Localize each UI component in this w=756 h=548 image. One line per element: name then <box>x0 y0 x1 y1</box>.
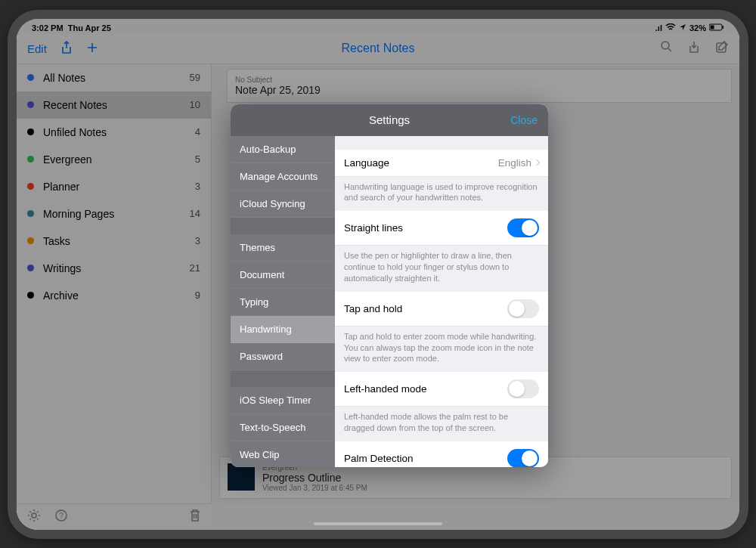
status-bar: 3:02 PM Thu Apr 25 .ıl 32% <box>17 19 739 34</box>
sidebar-item-label: Tasks <box>43 235 70 247</box>
row-label: Palm Detection <box>344 453 414 464</box>
sidebar-item-label: Writings <box>43 262 81 274</box>
wifi-icon <box>665 23 676 33</box>
sidebar-item-label: All Notes <box>43 72 85 84</box>
sidebar-item-label: Morning Pages <box>43 208 114 220</box>
row-description: Left-handed mode allows the palm rest to… <box>335 407 548 441</box>
sidebar-item-archive[interactable]: Archive9 <box>17 282 211 309</box>
sidebar-item-unfiled-notes[interactable]: Unfiled Notes4 <box>17 119 211 146</box>
note-title: Note Apr 25, 2019 <box>235 84 321 96</box>
svg-text:?: ? <box>59 512 64 520</box>
straight-lines-row: Straight lines <box>335 211 548 246</box>
tap-hold-row: Tap and hold <box>335 292 548 327</box>
settings-nav-icloud-syncing[interactable]: iCloud Syncing <box>231 190 335 218</box>
folder-color-dot <box>27 210 34 217</box>
palm-detection-row: Palm Detection <box>335 441 548 467</box>
settings-nav-themes[interactable]: Themes <box>231 234 335 262</box>
svg-point-3 <box>662 42 669 49</box>
sidebar-item-label: Planner <box>43 181 79 193</box>
settings-nav-password[interactable]: Password <box>231 343 335 370</box>
folder-color-dot <box>27 74 34 81</box>
navbar: Edit Recent Notes <box>17 34 739 64</box>
folder-color-dot <box>27 156 34 163</box>
folder-color-dot <box>27 128 34 135</box>
settings-nav-ios-sleep-timer[interactable]: iOS Sleep Timer <box>231 387 335 414</box>
search-icon[interactable] <box>660 40 673 57</box>
straight-lines-toggle[interactable] <box>507 218 539 237</box>
note-title: Progress Outline <box>262 472 367 484</box>
row-description: Use the pen or highlighter to draw a lin… <box>335 246 548 292</box>
settings-nav-manage-accounts[interactable]: Manage Accounts <box>231 163 335 190</box>
close-button[interactable]: Close <box>510 114 538 126</box>
folder-color-dot <box>27 237 34 244</box>
note-thumbnail <box>228 463 255 491</box>
folder-color-dot <box>27 183 34 190</box>
sidebar: All Notes59Recent Notes10Unfiled Notes4E… <box>17 64 212 503</box>
row-value: English <box>498 157 531 169</box>
status-time: 3:02 PM <box>32 23 64 33</box>
sidebar-item-planner[interactable]: Planner3 <box>17 173 211 200</box>
share-icon[interactable] <box>60 41 73 57</box>
sidebar-item-label: Archive <box>43 289 79 302</box>
chevron-right-icon <box>534 159 540 166</box>
sidebar-item-recent-notes[interactable]: Recent Notes10 <box>17 91 211 119</box>
page-title: Recent Notes <box>342 42 415 55</box>
trash-icon[interactable] <box>189 509 201 525</box>
sidebar-item-label: Evergreen <box>43 153 92 166</box>
sidebar-item-count: 3 <box>195 181 200 192</box>
sidebar-item-label: Unfiled Notes <box>43 126 107 138</box>
location-icon <box>679 23 686 33</box>
folder-color-dot <box>27 292 34 299</box>
palm-detection-toggle[interactable] <box>507 449 539 467</box>
download-icon[interactable] <box>688 40 700 57</box>
settings-sidebar: Auto-BackupManage AccountsiCloud Syncing… <box>231 136 335 467</box>
sidebar-item-tasks[interactable]: Tasks3 <box>17 228 211 255</box>
sidebar-item-count: 9 <box>195 289 200 301</box>
row-description: Handwriting language is used to improve … <box>335 177 548 212</box>
left-handed-toggle[interactable] <box>507 379 539 398</box>
sidebar-item-count: 10 <box>190 99 200 110</box>
tap-hold-toggle[interactable] <box>507 299 539 318</box>
bottom-toolbar: ? <box>17 503 212 530</box>
language-row[interactable]: Language English <box>335 150 548 177</box>
sidebar-item-count: 5 <box>195 153 200 165</box>
sidebar-item-count: 21 <box>190 262 200 274</box>
help-icon[interactable]: ? <box>54 509 68 525</box>
sidebar-item-count: 14 <box>190 208 200 219</box>
sidebar-item-morning-pages[interactable]: Morning Pages14 <box>17 200 211 228</box>
row-label: Straight lines <box>344 222 403 234</box>
settings-nav-typing[interactable]: Typing <box>231 289 335 316</box>
row-label: Left-handed mode <box>344 383 427 395</box>
sidebar-item-count: 3 <box>195 235 200 246</box>
modal-title: Settings <box>369 113 410 126</box>
settings-nav-document[interactable]: Document <box>231 262 335 289</box>
settings-nav-text-to-speech[interactable]: Text-to-Speech <box>231 414 335 441</box>
settings-content: Language English Handwriting language is… <box>335 136 548 467</box>
note-card[interactable]: No Subject Note Apr 25, 2019 <box>227 69 732 103</box>
row-label: Language <box>344 157 389 169</box>
sidebar-item-all-notes[interactable]: All Notes59 <box>17 64 211 91</box>
svg-rect-2 <box>723 26 724 29</box>
gear-icon[interactable] <box>27 509 41 525</box>
settings-nav-handwriting[interactable]: Handwriting <box>231 316 335 343</box>
settings-nav-web-clip[interactable]: Web Clip <box>231 441 335 467</box>
sidebar-item-label: Recent Notes <box>43 99 107 111</box>
compose-icon[interactable] <box>715 40 729 57</box>
home-indicator[interactable] <box>314 522 442 525</box>
sidebar-item-evergreen[interactable]: Evergreen5 <box>17 146 211 173</box>
settings-nav-auto-backup[interactable]: Auto-Backup <box>231 136 335 163</box>
folder-color-dot <box>27 265 34 271</box>
sidebar-item-count: 59 <box>190 72 200 83</box>
add-icon[interactable] <box>86 42 98 56</box>
signal-icon: .ıl <box>655 23 662 33</box>
battery-icon <box>709 23 724 33</box>
row-label: Tap and hold <box>344 303 402 314</box>
sidebar-item-count: 4 <box>195 126 200 138</box>
edit-button[interactable]: Edit <box>27 42 47 55</box>
left-handed-row: Left-handed mode <box>335 372 548 407</box>
folder-color-dot <box>27 101 34 108</box>
note-viewed: Viewed Jan 3, 2019 at 6:45 PM <box>262 484 367 492</box>
sidebar-item-writings[interactable]: Writings21 <box>17 255 211 282</box>
svg-rect-1 <box>711 25 714 29</box>
row-description: Tap and hold to enter zoom mode while ha… <box>335 327 548 373</box>
